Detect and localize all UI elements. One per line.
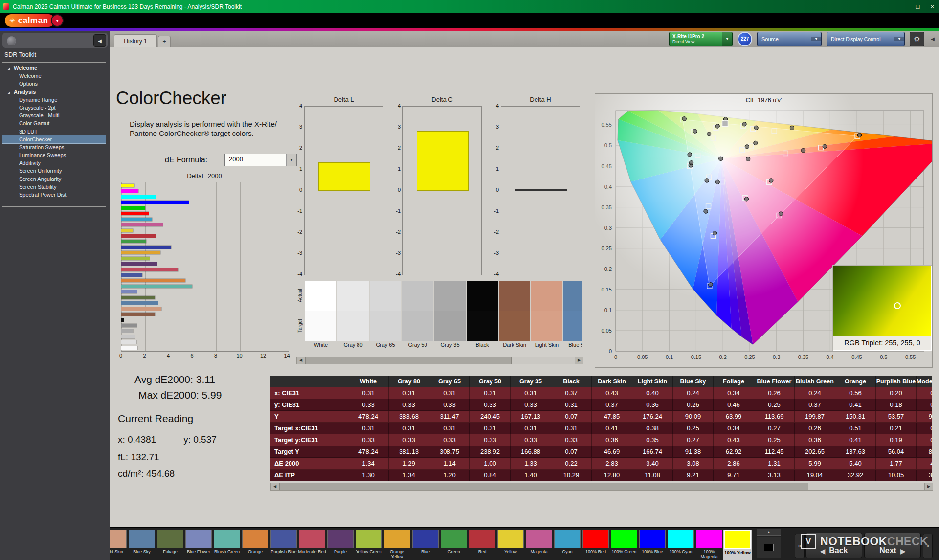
table-cell: 2.86 (714, 458, 754, 470)
sidebar-item-options[interactable]: Options (2, 80, 106, 88)
close-icon[interactable]: × (930, 3, 934, 10)
cie-measured-marker (823, 144, 827, 148)
table-cell: 150.31 (835, 411, 876, 423)
reading-count-badge[interactable]: 227 (738, 32, 752, 46)
source-dropdown[interactable]: Source ▼ (757, 32, 822, 46)
sidebar-item-screen-uniformity[interactable]: Screen Uniformity (2, 167, 106, 175)
pattern-swatch-100-green[interactable]: 100% Green (610, 530, 638, 560)
table-col-header: Bluish Green (795, 376, 835, 387)
tab-history-1[interactable]: History 1 (114, 34, 157, 47)
next-button[interactable]: Next ▶ (864, 533, 921, 558)
sidebar-item-welcome[interactable]: Welcome (2, 72, 106, 80)
pattern-swatch-bluish-green[interactable]: Bluish Green (213, 530, 241, 560)
minimize-icon[interactable]: — (899, 3, 905, 10)
sidebar-item-color-gamut[interactable]: Color Gamut (2, 119, 106, 127)
scrollbar-thumb[interactable] (305, 357, 512, 364)
sidebar-orb-icon[interactable] (7, 36, 16, 45)
pattern-swatch-cyan[interactable]: Cyan (553, 530, 581, 560)
pattern-swatch-100-cyan[interactable]: 100% Cyan (667, 530, 695, 560)
calman-logo[interactable]: ✳ calman ▼ (5, 14, 64, 27)
sidebar-item-spectral-power-dist[interactable]: Spectral Power Dist. (2, 191, 106, 199)
pattern-swatch-yellow-green[interactable]: Yellow Green (355, 530, 383, 560)
pattern-swatch-blue-flower[interactable]: Blue Flower (184, 530, 213, 560)
pattern-swatch-moderate-red[interactable]: Moderate Red (298, 530, 326, 560)
sidebar-item-additivity[interactable]: Additivity (2, 159, 106, 167)
sidebar-collapse-icon[interactable]: ◀ (93, 34, 106, 47)
sidebar-item-grayscale-multi[interactable]: Grayscale - Multi (2, 112, 106, 119)
chevron-down-icon[interactable]: ▼ (894, 37, 904, 41)
pattern-swatch-100-blue[interactable]: 100% Blue (638, 530, 667, 560)
axis-tick-label: 0 (614, 354, 617, 360)
pattern-bar-expand-icon[interactable]: ▲ (757, 529, 781, 536)
calman-gear-icon: ✳ (9, 17, 15, 24)
grid-line (501, 254, 580, 254)
sidebar-item-luminance-sweeps[interactable]: Luminance Sweeps (2, 151, 106, 159)
panel-collapse-icon[interactable]: ◀ (929, 32, 936, 46)
tree-expand-icon[interactable]: ◢ (7, 89, 14, 96)
de-formula-select[interactable]: 2000 ▼ (224, 154, 297, 166)
table-row-label: Target x:CIE31 (270, 423, 348, 434)
pattern-window-button[interactable] (757, 537, 781, 558)
scroll-right-icon[interactable]: ▶ (575, 357, 583, 364)
pattern-swatch-blue-sky[interactable]: Blue Sky (128, 530, 156, 560)
actual-target-strip: Actual Target WhiteGray 80Gray 65Gray 50… (296, 281, 582, 366)
chevron-down-icon[interactable]: ▼ (722, 32, 732, 46)
sidebar-item-screen-stability[interactable]: Screen Stability (2, 183, 106, 191)
scrollbar-thumb[interactable] (279, 483, 808, 490)
sidebar-section-analysis[interactable]: ◢Analysis (2, 88, 106, 96)
table-cell: 62.92 (714, 446, 754, 458)
pattern-swatch-light-skin[interactable]: Light Skin (110, 530, 128, 560)
table-cell: 10.29 (551, 470, 592, 481)
scroll-right-icon[interactable]: ▶ (924, 483, 933, 490)
sidebar-item-dynamic-range[interactable]: Dynamic Range (2, 96, 106, 104)
pattern-swatch-orange-yellow[interactable]: Orange Yellow (383, 530, 411, 560)
pattern-swatch-100-magenta[interactable]: 100% Magenta (695, 530, 723, 560)
pattern-swatch-purplish-blue[interactable]: Purplish Blue (269, 530, 298, 560)
table-cell: 308.75 (429, 446, 470, 458)
pattern-swatch-100-yellow[interactable]: 100% Yellow (723, 530, 752, 560)
gear-icon[interactable]: ⚙ (910, 32, 924, 46)
scroll-left-icon[interactable]: ◀ (271, 483, 279, 490)
sidebar-item-colorchecker[interactable]: ColorChecker (2, 135, 106, 143)
sidebar-section-welcome[interactable]: ◢Welcome (2, 64, 106, 72)
chevron-down-icon[interactable]: ▼ (811, 37, 821, 41)
sidebar-item-3d-lut[interactable]: 3D LUT (2, 128, 106, 135)
pattern-swatch-yellow[interactable]: Yellow (496, 530, 525, 560)
nav-next-chevron-icon[interactable]: » (923, 534, 933, 558)
meter-dropdown[interactable]: X-Rite i1Pro 2 Direct View ▼ (669, 32, 733, 46)
pattern-swatch-foliage[interactable]: Foliage (156, 530, 184, 560)
pattern-swatch-orange[interactable]: Orange (241, 530, 269, 560)
pattern-swatch-purple[interactable]: Purple (326, 530, 355, 560)
scroll-left-icon[interactable]: ◀ (297, 357, 305, 364)
swatch-label: Moderate Red (298, 548, 326, 560)
table-cell: 0.31 (551, 423, 592, 434)
calman-logo-badge: ✳ calman (5, 14, 55, 27)
nav-prev-chevron-icon[interactable]: « (795, 534, 805, 558)
maximize-icon[interactable]: □ (916, 3, 920, 10)
pattern-swatch-blue[interactable]: Blue (411, 530, 440, 560)
swatch-label: Blue Sky (128, 548, 156, 560)
table-col-header: Gray 65 (429, 376, 470, 387)
table-cell: 0.26 (754, 387, 795, 399)
table-cell: 0.31 (429, 423, 470, 434)
logo-dropdown-caret-icon[interactable]: ▼ (51, 14, 64, 27)
sidebar-item-saturation-sweeps[interactable]: Saturation Sweeps (2, 143, 106, 151)
sidebar-item-screen-angularity[interactable]: Screen Angularity (2, 175, 106, 183)
pattern-swatch-100-red[interactable]: 100% Red (581, 530, 610, 560)
pattern-swatch-red[interactable]: Red (468, 530, 496, 560)
sidebar-item-grayscale-2pt[interactable]: Grayscale - 2pt (2, 104, 106, 112)
table-scrollbar[interactable]: ◀ ▶ (270, 483, 933, 491)
cie-measured-marker (707, 132, 711, 136)
strip-scrollbar[interactable]: ◀ ▶ (296, 357, 583, 364)
pattern-swatch-green[interactable]: Green (440, 530, 468, 560)
table-cell: 166.74 (632, 446, 673, 458)
table-cell: 0.41 (592, 423, 632, 434)
back-button[interactable]: ◀ Back (805, 533, 862, 558)
display-control-dropdown[interactable]: Direct Display Control ▼ (827, 32, 905, 46)
tree-expand-icon[interactable]: ◢ (7, 65, 14, 72)
grid-line (305, 254, 383, 254)
pattern-swatch-magenta[interactable]: Magenta (525, 530, 553, 560)
add-tab-button[interactable]: + (158, 36, 171, 47)
chevron-down-icon[interactable]: ▼ (286, 154, 296, 166)
table-cell: 0.51 (835, 423, 876, 434)
